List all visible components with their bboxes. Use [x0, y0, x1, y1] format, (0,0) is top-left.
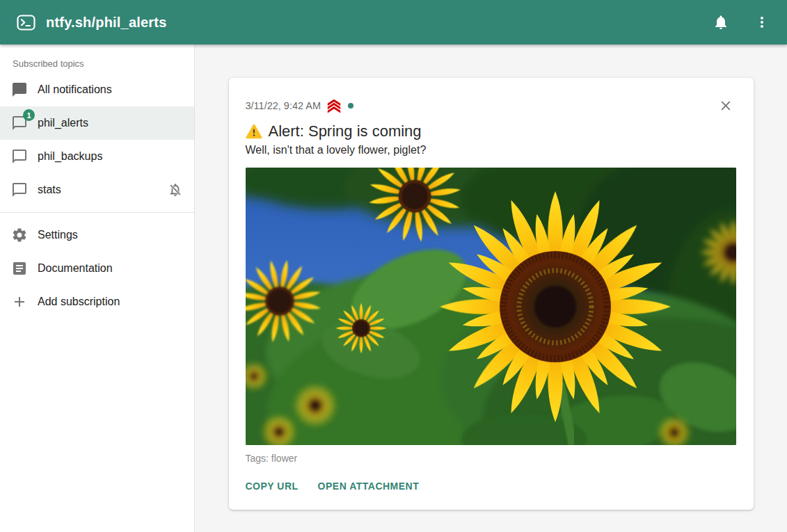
sidebar-item-label: Documentation [38, 262, 113, 275]
notification-actions: COPY URL OPEN ATTACHMENT [246, 476, 737, 496]
chat-bubble-outline-icon [11, 182, 28, 198]
kebab-menu-icon [754, 14, 770, 31]
gear-icon [11, 227, 28, 243]
close-icon [718, 98, 733, 113]
dismiss-notification-button[interactable] [715, 95, 737, 117]
notification-meta-row: 3/11/22, 9:42 AM [246, 95, 737, 117]
sidebar-section-label: Subscribed topics [0, 58, 194, 73]
sidebar-item-documentation[interactable]: Documentation [0, 252, 194, 285]
unread-count-badge: 1 [23, 109, 35, 121]
sidebar-item-add-subscription[interactable]: Add subscription [0, 285, 194, 319]
sidebar-item-label: All notifications [38, 83, 112, 96]
notification-timestamp: 3/11/22, 9:42 AM [246, 100, 321, 111]
sidebar-item-label: phil_backups [38, 150, 102, 163]
sidebar-item-label: stats [38, 184, 61, 196]
sidebar-item-phil-backups[interactable]: phil_backups [0, 140, 194, 173]
plus-icon [11, 293, 28, 310]
copy-url-button[interactable]: COPY URL [246, 476, 299, 496]
bell-icon [713, 14, 729, 31]
main-content: 3/11/22, 9:42 AM [195, 45, 787, 532]
notification-tags: Tags: flower [246, 453, 737, 464]
page-title: ntfy.sh/phil_alerts [46, 15, 166, 31]
chat-bubble-outline-icon: 1 [11, 115, 28, 131]
sidebar-item-label: phil_alerts [38, 117, 88, 129]
chat-bubble-filled-icon [11, 81, 28, 98]
warning-triangle-emoji [246, 123, 262, 140]
article-icon [11, 260, 28, 277]
sidebar: Subscribed topics All notifications 1 ph… [0, 45, 195, 532]
sidebar-item-label: Settings [38, 229, 78, 241]
notification-body: Well, isn't that a lovely flower, piglet… [246, 143, 737, 158]
open-attachment-button[interactable]: OPEN ATTACHMENT [318, 476, 420, 496]
notification-card: 3/11/22, 9:42 AM [229, 78, 754, 510]
overflow-menu-button[interactable] [747, 7, 777, 38]
sidebar-item-label: Add subscription [38, 296, 120, 308]
sidebar-item-settings[interactable]: Settings [0, 218, 194, 252]
chat-bubble-outline-icon [11, 148, 28, 165]
bell-off-icon [168, 182, 183, 198]
priority-high-icon [326, 98, 342, 113]
notifications-bell-button[interactable] [706, 7, 736, 38]
terminal-icon [17, 15, 35, 31]
app-bar: ntfy.sh/phil_alerts [0, 0, 787, 45]
unread-dot [348, 103, 353, 108]
sidebar-item-stats[interactable]: stats [0, 173, 194, 207]
notification-title: Alert: Spring is coming [246, 122, 737, 140]
sidebar-item-phil-alerts[interactable]: 1 phil_alerts [0, 106, 194, 140]
sidebar-divider [0, 212, 194, 213]
sidebar-item-all-notifications[interactable]: All notifications [0, 73, 194, 106]
attachment-image-sunflowers[interactable] [246, 168, 736, 445]
